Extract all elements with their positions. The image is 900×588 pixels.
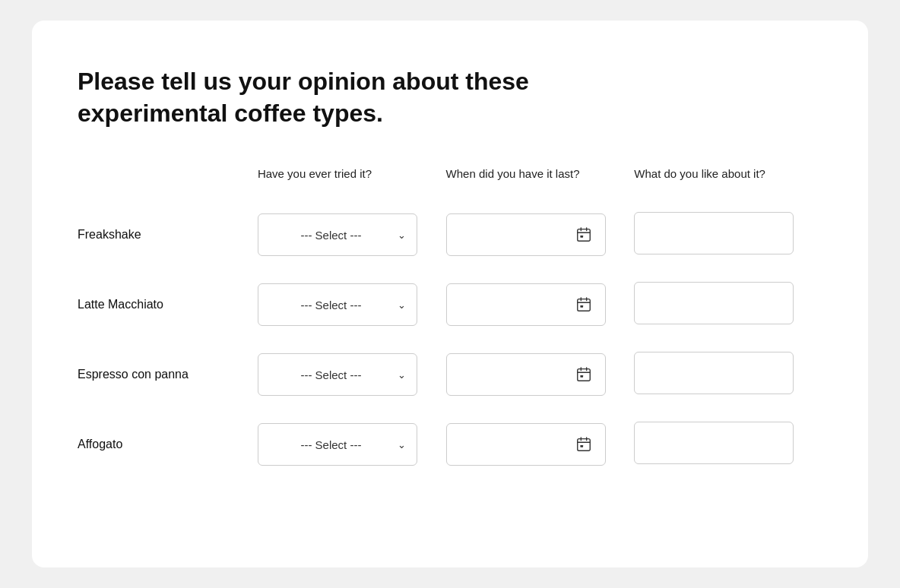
calendar-icon: [573, 364, 594, 385]
text-input-like-freakshake[interactable]: [634, 212, 794, 254]
date-input-freakshake[interactable]: [446, 213, 606, 256]
table-row: Espresso con panna --- Select --- ⌄: [78, 340, 822, 409]
svg-rect-9: [580, 305, 583, 308]
chevron-down-icon: ⌄: [398, 229, 406, 241]
select-tried-affogato[interactable]: --- Select --- ⌄: [258, 423, 417, 466]
row-label-affogato: Affogato: [78, 438, 138, 450]
select-tried-espresso-con-panna[interactable]: --- Select --- ⌄: [258, 353, 417, 396]
text-input-like-affogato[interactable]: [634, 422, 794, 464]
select-placeholder-latte-macchiato: --- Select ---: [269, 299, 393, 311]
select-placeholder-espresso-con-panna: --- Select ---: [269, 368, 393, 381]
calendar-icon: [573, 294, 594, 315]
date-input-latte-macchiato[interactable]: [446, 283, 606, 326]
svg-rect-0: [577, 229, 590, 242]
chevron-down-icon: ⌄: [398, 299, 406, 311]
svg-rect-4: [580, 236, 583, 238]
select-placeholder-freakshake: --- Select ---: [269, 229, 393, 242]
svg-rect-15: [577, 439, 590, 451]
col-header-like: What do you like about it?: [634, 166, 822, 200]
svg-rect-19: [580, 445, 583, 447]
page-title: Please tell us your opinion about these …: [78, 66, 610, 129]
col-header-tried: Have you ever tried it?: [258, 166, 446, 200]
table-row: Affogato --- Select --- ⌄: [78, 409, 822, 479]
svg-rect-14: [580, 375, 583, 378]
col-header-last: When did you have it last?: [446, 166, 635, 200]
survey-table: Have you ever tried it? When did you hav…: [78, 166, 822, 479]
svg-rect-5: [577, 299, 590, 311]
table-row: Freakshake --- Select --- ⌄: [78, 200, 822, 270]
table-row: Latte Macchiato --- Select --- ⌄: [78, 270, 822, 340]
select-tried-freakshake[interactable]: --- Select --- ⌄: [258, 213, 417, 256]
calendar-icon: [573, 224, 594, 245]
row-label-espresso-con-panna: Espresso con panna: [78, 368, 204, 381]
survey-card: Please tell us your opinion about these …: [32, 21, 868, 567]
text-input-like-espresso-con-panna[interactable]: [634, 352, 794, 394]
chevron-down-icon: ⌄: [398, 369, 406, 381]
select-tried-latte-macchiato[interactable]: --- Select --- ⌄: [258, 283, 417, 326]
svg-rect-10: [577, 369, 590, 381]
row-label-latte-macchiato: Latte Macchiato: [78, 298, 179, 311]
select-placeholder-affogato: --- Select ---: [269, 438, 393, 451]
row-label-freakshake: Freakshake: [78, 228, 157, 241]
col-header-item: [78, 166, 258, 200]
date-input-espresso-con-panna[interactable]: [446, 353, 606, 396]
chevron-down-icon: ⌄: [398, 439, 406, 450]
text-input-like-latte-macchiato[interactable]: [634, 282, 794, 324]
date-input-affogato[interactable]: [446, 423, 606, 466]
calendar-icon: [573, 434, 594, 455]
